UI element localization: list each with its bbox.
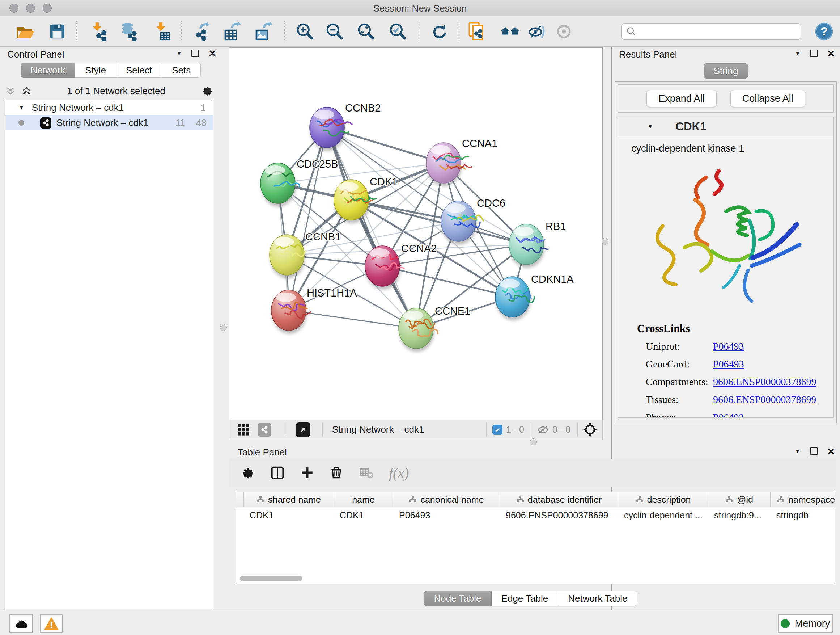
gene-section-header[interactable]: ▼ CDK1 [618, 117, 834, 136]
table-cell[interactable] [236, 507, 244, 523]
network-node-CDC25B[interactable]: CDC25B [261, 158, 338, 207]
column-header-namespace[interactable]: namespace [771, 492, 835, 507]
network-row-selected[interactable]: String Network – cdk1 11 48 [5, 115, 213, 130]
section-collapse-caret-icon[interactable]: ▼ [647, 123, 653, 130]
expand-all-networks-icon[interactable] [5, 86, 16, 96]
import-network-button[interactable] [88, 21, 109, 42]
crosslink-link[interactable]: 9606.ENSP00000378699 [713, 394, 816, 405]
network-badge-toggle-icon[interactable] [257, 423, 271, 437]
zoom-selected-button[interactable] [387, 21, 409, 42]
column-header-canonical name[interactable]: canonical name [393, 492, 500, 507]
table-cell[interactable]: stringdb:9... [708, 507, 771, 523]
tab-network[interactable]: Network [21, 63, 75, 78]
memory-button[interactable]: Memory [778, 614, 833, 633]
grid-view-icon[interactable] [237, 424, 249, 436]
cloud-status-button[interactable] [9, 614, 33, 633]
maximize-panel-icon[interactable] [810, 50, 818, 57]
tab-sets[interactable]: Sets [162, 63, 201, 78]
collection-expand-caret-icon[interactable]: ▼ [19, 104, 25, 111]
table-row[interactable]: CDK1CDK1P064939606.ENSP00000378699cyclin… [236, 507, 835, 523]
first-neighbors-button[interactable] [499, 21, 521, 42]
add-column-icon[interactable] [300, 466, 314, 480]
zoom-fit-button[interactable] [355, 21, 377, 42]
column-header-name[interactable]: name [334, 492, 393, 507]
close-panel-icon[interactable]: ✕ [827, 448, 835, 455]
close-panel-icon[interactable]: ✕ [827, 50, 835, 57]
maximize-panel-icon[interactable] [191, 50, 199, 57]
selected-checkbox-icon[interactable] [493, 424, 502, 435]
network-edge[interactable] [289, 310, 416, 328]
float-panel-icon[interactable]: ▼ [176, 50, 182, 57]
column-header-@id[interactable]: @id [708, 492, 771, 507]
table-cell[interactable]: P06493 [393, 507, 500, 523]
tab-style[interactable]: Style [75, 63, 116, 78]
network-canvas[interactable]: CCNB2CCNA1CDC25BCDK1CDC6RB1CCNB1CCNA2CDK… [229, 48, 603, 420]
open-in-window-icon[interactable] [296, 423, 310, 437]
refresh-button[interactable] [428, 21, 450, 42]
crosslink-link[interactable]: 9606.ENSP00000378699 [713, 376, 816, 388]
warnings-button[interactable] [40, 614, 63, 633]
import-network-from-database-button[interactable] [118, 21, 140, 42]
network-node-HIST1H1A[interactable]: HIST1H1A [271, 287, 357, 334]
crosslink-link[interactable]: P06493 [713, 358, 744, 370]
delete-column-icon[interactable] [329, 465, 344, 480]
collapse-all-button[interactable]: Collapse All [730, 90, 805, 107]
column-header-description[interactable]: description [618, 492, 708, 507]
float-panel-icon[interactable]: ▼ [794, 448, 801, 455]
search-input[interactable] [640, 26, 796, 37]
tab-node-table[interactable]: Node Table [424, 591, 492, 606]
network-node-CCNE1[interactable]: CCNE1 [399, 305, 470, 352]
main-toolbar: ? [0, 16, 840, 47]
hide-selected-button[interactable] [527, 21, 548, 42]
crosslinks-list: Uniprot:P06493GeneCard:P06493Compartment… [618, 340, 834, 417]
horizontal-scrollbar-thumb[interactable] [240, 576, 302, 581]
clone-network-button[interactable] [466, 21, 488, 42]
crosslink-link[interactable]: P06493 [713, 412, 744, 417]
show-all-button[interactable] [554, 21, 575, 42]
crosslink-link[interactable]: P06493 [713, 340, 744, 352]
network-node-CDKN1A[interactable]: CDKN1A [495, 273, 574, 320]
tab-string-results[interactable]: String [704, 63, 748, 79]
open-session-button[interactable] [14, 21, 36, 42]
network-node-CDC6[interactable]: CDC6 [441, 197, 505, 245]
export-network-button[interactable] [190, 21, 212, 42]
network-node-CDK1[interactable]: CDK1 [334, 176, 398, 223]
maximize-panel-icon[interactable] [810, 448, 818, 455]
export-table-button[interactable] [221, 21, 242, 42]
birds-eye-view-icon[interactable] [583, 423, 597, 437]
zoom-out-button[interactable] [324, 21, 346, 42]
column-header-shared name[interactable]: shared name [244, 492, 334, 507]
collapse-all-networks-icon[interactable] [21, 86, 32, 96]
table-cell[interactable]: cyclin-dependent ... [618, 507, 708, 523]
crosslink-label: GeneCard: [646, 358, 713, 370]
import-table-button[interactable] [151, 21, 173, 42]
network-edge[interactable] [289, 127, 327, 310]
close-panel-icon[interactable]: ✕ [208, 50, 216, 57]
right-splitter-handle[interactable] [602, 238, 608, 245]
export-image-button[interactable] [252, 21, 273, 42]
network-collection-row[interactable]: ▼ String Network – cdk1 1 [5, 100, 213, 115]
network-node-RB1[interactable]: RB1 [509, 220, 566, 268]
tab-select[interactable]: Select [116, 63, 162, 78]
zoom-in-button[interactable] [294, 21, 316, 42]
show-columns-icon[interactable] [270, 465, 286, 481]
expand-all-button[interactable]: Expand All [646, 90, 717, 107]
table-cell[interactable]: CDK1 [334, 507, 393, 523]
left-splitter-handle[interactable] [220, 324, 227, 331]
network-options-gear-icon[interactable] [201, 84, 213, 97]
network-edge[interactable] [382, 266, 513, 297]
column-header-database identifier[interactable]: database identifier [500, 492, 618, 507]
help-button[interactable]: ? [813, 21, 835, 42]
save-session-button[interactable] [46, 21, 68, 42]
table-options-gear-icon[interactable] [240, 465, 255, 480]
search-box[interactable] [622, 23, 801, 40]
table-cell[interactable]: 9606.ENSP00000378699 [500, 507, 618, 523]
table-cell[interactable]: CDK1 [244, 507, 334, 523]
delete-table-icon [358, 465, 374, 481]
float-panel-icon[interactable]: ▼ [794, 50, 801, 57]
network-node-CCNA1[interactable]: CCNA1 [426, 138, 497, 187]
table-cell[interactable]: stringdb [771, 507, 835, 523]
tab-network-table[interactable]: Network Table [558, 591, 638, 606]
tab-edge-table[interactable]: Edge Table [492, 591, 559, 606]
column-header-row-grip[interactable] [236, 492, 244, 507]
